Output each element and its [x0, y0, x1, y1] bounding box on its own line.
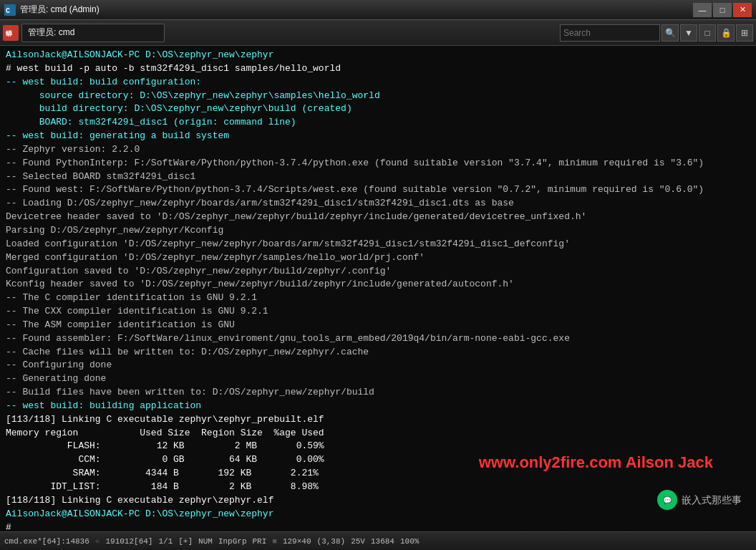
terminal-line: BOARD: stm32f429i_disc1 (origin: command… — [6, 116, 750, 130]
wechat-label: 嵌入式那些事 — [682, 493, 742, 507]
app-logo: 蟒 — [3, 25, 19, 41]
terminal-line: -- The CXX compiler identification is GN… — [6, 305, 750, 319]
terminal-line: -- Zephyr version: 2.2.0 — [6, 143, 750, 157]
terminal-line: [113/118] Linking C executable zephyr\ze… — [6, 413, 750, 427]
status-mem: 13684 — [371, 537, 394, 546]
status-voltage: 25V — [351, 537, 365, 546]
terminal-line: Kconfig header saved to 'D:/OS/zephyr_ne… — [6, 278, 750, 291]
window-controls: — □ ✕ — [693, 3, 752, 17]
status-pri: PRI — [253, 537, 267, 546]
terminal-line: -- Selected BOARD stm32f429i_disc1 — [6, 170, 750, 184]
search-wrapper — [560, 24, 660, 42]
search-input[interactable] — [563, 28, 656, 38]
app-icon: C — [4, 4, 16, 16]
status-exe: cmd.exe*[64]:14836 — [4, 537, 89, 546]
terminal-line: -- west build: building application — [6, 400, 750, 413]
terminal-line: Loaded configuration 'D:/OS/zephyr_new/z… — [6, 238, 750, 251]
terminal-line: -- Build files have been written to: D:/… — [6, 386, 750, 400]
layout-button[interactable]: □ — [699, 24, 716, 42]
terminal-line: # — [6, 521, 750, 531]
status-num: NUM — [198, 537, 213, 546]
menu-button[interactable]: ▼ — [680, 24, 697, 42]
terminal-line: IDT_LIST: 184 B 2 KB 8.98% — [6, 481, 750, 494]
window-title: 管理员: cmd (Admin) — [20, 4, 693, 16]
terminal-line: -- The ASM compiler identification is GN… — [6, 319, 750, 332]
terminal-line: Memory region Used Size Region Size %age… — [6, 427, 750, 440]
terminal-line: source directory: D:\OS\zephyr_new\zephy… — [6, 90, 750, 103]
status-bar: cmd.exe*[64]:14836 « 191012[64] 1/1 [+] … — [0, 531, 756, 550]
terminal-line: AilsonJack@AILSONJACK-PC D:\OS\zephyr_ne… — [6, 508, 750, 521]
terminal-line: -- Found PythonInterp: F:/SoftWare/Pytho… — [6, 157, 750, 170]
terminal-line: Parsing D:/OS/zephyr_new/zephyr/Kconfig — [6, 224, 750, 238]
terminal-line: FLASH: 12 KB 2 MB 0.59% — [6, 440, 750, 453]
terminal-line: AilsonJack@AILSONJACK-PC D:\OS\zephyr_ne… — [6, 49, 750, 62]
terminal-line: Devicetree header saved to 'D:/OS/zephyr… — [6, 211, 750, 224]
terminal-line: -- Found west: F:/SoftWare/Python/python… — [6, 183, 750, 197]
terminal-line: SRAM: 4344 B 192 KB 2.21% — [6, 467, 750, 481]
terminal-area: AilsonJack@AILSONJACK-PC D:\OS\zephyr_ne… — [0, 46, 756, 531]
wechat-badge: 💬 嵌入式那些事 — [657, 490, 742, 510]
terminal-line: build directory: D:\OS\zephyr_new\zephyr… — [6, 102, 750, 116]
tab-label: 管理员: cmd — [28, 26, 74, 39]
maximize-button[interactable]: □ — [713, 3, 732, 17]
status-mode: [+] — [178, 537, 193, 546]
status-inpgrp: InpGrp — [218, 537, 247, 546]
search-area: 🔍 ▼ □ 🔒 ⊞ — [560, 24, 753, 42]
terminal-line: -- Configuring done — [6, 359, 750, 372]
terminal-line: Configuration saved to 'D:/OS/zephyr_new… — [6, 265, 750, 279]
terminal-line: [118/118] Linking C executable zephyr\ze… — [6, 494, 750, 508]
close-button[interactable]: ✕ — [733, 3, 752, 17]
svg-text:蟒: 蟒 — [6, 30, 13, 38]
status-coord: (3,38) — [317, 537, 346, 546]
grid-button[interactable]: ⊞ — [736, 24, 753, 42]
terminal-line: -- The C compiler identification is GNU … — [6, 291, 750, 305]
terminal-line: -- west build: generating a build system — [6, 130, 750, 143]
status-pct: 100% — [400, 537, 419, 546]
terminal-line: Merged configuration 'D:/OS/zephyr_new/z… — [6, 251, 750, 265]
terminal-line: -- west build: build configuration: — [6, 76, 750, 90]
lock-button[interactable]: 🔒 — [717, 24, 735, 42]
terminal-line: -- Generating done — [6, 372, 750, 386]
svg-text:C: C — [6, 7, 10, 15]
terminal-line: # west build -p auto -b stm32f429i_disc1… — [6, 62, 750, 76]
terminal-line: CCM: 0 GB 64 KB 0.00% — [6, 453, 750, 467]
wechat-icon: 💬 — [657, 490, 677, 510]
active-tab[interactable]: 管理员: cmd — [21, 24, 165, 42]
title-bar: C 管理员: cmd (Admin) — □ ✕ — [0, 0, 756, 20]
terminal-line: -- Found assembler: F:/SoftWare/linux_en… — [6, 332, 750, 346]
status-pos1: 191012[64] — [105, 537, 152, 546]
terminal-line: -- Cache files will be written to: D:/OS… — [6, 346, 750, 360]
toolbar: 蟒 管理员: cmd 🔍 ▼ □ 🔒 ⊞ — [0, 20, 756, 46]
search-button[interactable]: 🔍 — [662, 24, 679, 42]
terminal-output: AilsonJack@AILSONJACK-PC D:\OS\zephyr_ne… — [6, 49, 750, 531]
svg-text:💬: 💬 — [663, 496, 672, 505]
minimize-button[interactable]: — — [693, 3, 712, 17]
status-pos2: 1/1 — [158, 537, 173, 546]
status-size: 129×40 — [283, 537, 311, 546]
terminal-line: -- Loading D:/OS/zephyr_new/zephyr/board… — [6, 197, 750, 211]
